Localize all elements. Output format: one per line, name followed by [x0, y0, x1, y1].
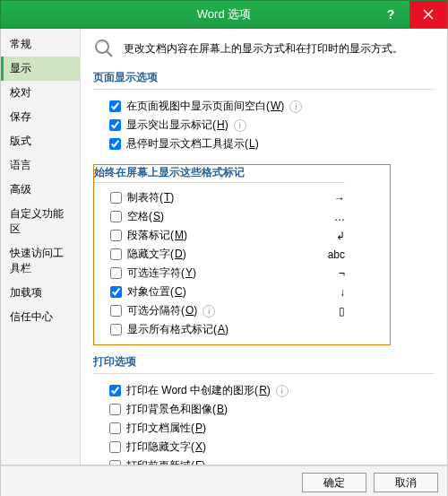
- format-symbol: ▯: [321, 305, 345, 318]
- option-label[interactable]: 打印背景色和图像(B): [126, 402, 228, 417]
- sidebar-item[interactable]: 保存: [1, 105, 80, 129]
- sidebar-item[interactable]: 自定义功能区: [1, 202, 80, 241]
- section-title-page-display: 页面显示选项: [93, 70, 435, 90]
- window-buttons: ?: [372, 1, 447, 28]
- option-label[interactable]: 打印前更新域(F): [126, 458, 205, 465]
- accelerator-key: H: [217, 118, 225, 131]
- option-row: 空格(S)…: [94, 207, 345, 226]
- option-checkbox[interactable]: [109, 138, 121, 150]
- option-checkbox[interactable]: [109, 100, 121, 112]
- accelerator-key: D: [175, 248, 183, 260]
- help-icon[interactable]: i: [289, 100, 302, 113]
- option-checkbox[interactable]: [110, 230, 122, 241]
- magnifier-icon: [93, 38, 115, 59]
- option-checkbox[interactable]: [110, 267, 122, 279]
- option-checkbox[interactable]: [109, 422, 121, 434]
- format-symbol: ↓: [322, 286, 345, 299]
- option-row: 制表符(T)→: [94, 188, 345, 207]
- footer: 确定 取消: [0, 466, 448, 496]
- option-checkbox[interactable]: [110, 305, 122, 317]
- format-symbol: …: [316, 211, 345, 223]
- help-icon[interactable]: i: [202, 305, 215, 318]
- option-label[interactable]: 可选分隔符(O): [127, 303, 197, 318]
- option-label[interactable]: 在页面视图中显示页面间空白(W): [126, 99, 284, 114]
- option-label[interactable]: 可选连字符(Y): [127, 265, 196, 281]
- accelerator-key: S: [153, 210, 160, 222]
- option-label[interactable]: 空格(S): [127, 209, 164, 224]
- option-checkbox[interactable]: [110, 192, 122, 204]
- help-icon[interactable]: i: [234, 119, 246, 132]
- option-checkbox[interactable]: [109, 460, 121, 465]
- option-checkbox[interactable]: [110, 324, 122, 335]
- cancel-button[interactable]: 取消: [374, 473, 438, 492]
- sidebar-item[interactable]: 显示: [1, 57, 80, 81]
- option-label[interactable]: 段落标记(M): [127, 228, 187, 243]
- section-title-marks: 始终在屏幕上显示这些格式标记: [94, 165, 345, 183]
- option-checkbox[interactable]: [109, 119, 121, 131]
- accelerator-key: P: [195, 422, 202, 434]
- option-checkbox[interactable]: [110, 211, 122, 222]
- highlighted-section: 始终在屏幕上显示这些格式标记 制表符(T)→空格(S)…段落标记(M)↲隐藏文字…: [93, 164, 391, 345]
- option-label[interactable]: 打印在 Word 中创建的图形(R): [126, 383, 271, 398]
- sidebar-item[interactable]: 校对: [1, 81, 80, 105]
- main-panel: 更改文档内容在屏幕上的显示方式和在打印时的显示方式。 页面显示选项 在页面视图中…: [81, 29, 447, 465]
- close-button[interactable]: [409, 1, 447, 28]
- section-marks: 制表符(T)→空格(S)…段落标记(M)↲隐藏文字(D)abc可选连字符(Y)¬…: [94, 188, 345, 339]
- ok-button[interactable]: 确定: [302, 473, 366, 492]
- option-label[interactable]: 悬停时显示文档工具提示(L): [126, 136, 259, 152]
- option-row: 打印在 Word 中创建的图形(R)i: [93, 381, 435, 400]
- content: 常规显示校对保存版式语言高级自定义功能区快速访问工具栏加载项信任中心 更改文档内…: [0, 29, 448, 466]
- accelerator-key: W: [271, 100, 280, 112]
- option-checkbox[interactable]: [109, 385, 121, 396]
- option-label[interactable]: 显示突出显示标记(H): [126, 117, 228, 133]
- header: 更改文档内容在屏幕上的显示方式和在打印时的显示方式。: [93, 38, 435, 59]
- option-row: 段落标记(M)↲: [94, 226, 345, 245]
- accelerator-key: F: [195, 459, 202, 465]
- option-checkbox[interactable]: [110, 248, 122, 260]
- format-symbol: ¬: [321, 267, 345, 280]
- option-row: 对象位置(C)↓: [94, 283, 345, 301]
- option-row: 悬停时显示文档工具提示(L): [93, 135, 435, 153]
- sidebar-item[interactable]: 快速访问工具栏: [1, 241, 80, 281]
- accelerator-key: X: [195, 440, 202, 453]
- accelerator-key: A: [218, 323, 225, 335]
- option-label[interactable]: 打印文档属性(P): [126, 421, 206, 436]
- option-row: 打印前更新域(F): [93, 457, 435, 465]
- option-label[interactable]: 隐藏文字(D): [127, 247, 186, 262]
- format-symbol: ↲: [318, 230, 345, 242]
- section-page-display: 在页面视图中显示页面间空白(W)i显示突出显示标记(H)i悬停时显示文档工具提示…: [93, 97, 435, 153]
- option-row: 在页面视图中显示页面间空白(W)i: [93, 97, 435, 116]
- close-icon: [423, 9, 434, 20]
- option-label[interactable]: 制表符(T): [127, 190, 174, 205]
- option-label[interactable]: 对象位置(C): [127, 284, 186, 300]
- option-label[interactable]: 显示所有格式标记(A): [127, 322, 228, 337]
- accelerator-key: T: [164, 191, 170, 204]
- accelerator-key: M: [175, 229, 184, 241]
- sidebar-item[interactable]: 信任中心: [1, 305, 80, 329]
- window-title: Word 选项: [197, 6, 251, 22]
- option-checkbox[interactable]: [109, 441, 121, 453]
- option-label[interactable]: 打印隐藏文字(X): [126, 439, 206, 455]
- accelerator-key: O: [185, 304, 194, 317]
- sidebar-item[interactable]: 高级: [1, 178, 80, 202]
- option-row: 可选分隔符(O)i▯: [94, 301, 345, 320]
- help-icon[interactable]: i: [276, 385, 289, 397]
- option-row: 显示突出显示标记(H)i: [93, 116, 435, 135]
- option-row: 打印隐藏文字(X): [93, 438, 435, 457]
- help-button[interactable]: ?: [372, 1, 409, 28]
- accelerator-key: L: [249, 137, 255, 150]
- sidebar-item[interactable]: 加载项: [1, 281, 80, 305]
- option-row: 打印文档属性(P): [93, 419, 435, 438]
- option-row: 打印背景色和图像(B): [93, 400, 435, 419]
- format-symbol: abc: [310, 248, 345, 261]
- format-symbol: →: [316, 192, 345, 204]
- accelerator-key: C: [175, 285, 183, 298]
- section-print: 打印在 Word 中创建的图形(R)i打印背景色和图像(B)打印文档属性(P)打…: [93, 381, 435, 465]
- option-checkbox[interactable]: [109, 404, 121, 415]
- accelerator-key: B: [217, 403, 224, 415]
- sidebar-item[interactable]: 版式: [1, 129, 80, 153]
- option-checkbox[interactable]: [110, 286, 122, 298]
- header-desc: 更改文档内容在屏幕上的显示方式和在打印时的显示方式。: [124, 41, 403, 57]
- sidebar-item[interactable]: 语言: [1, 153, 80, 178]
- sidebar-item[interactable]: 常规: [1, 32, 80, 57]
